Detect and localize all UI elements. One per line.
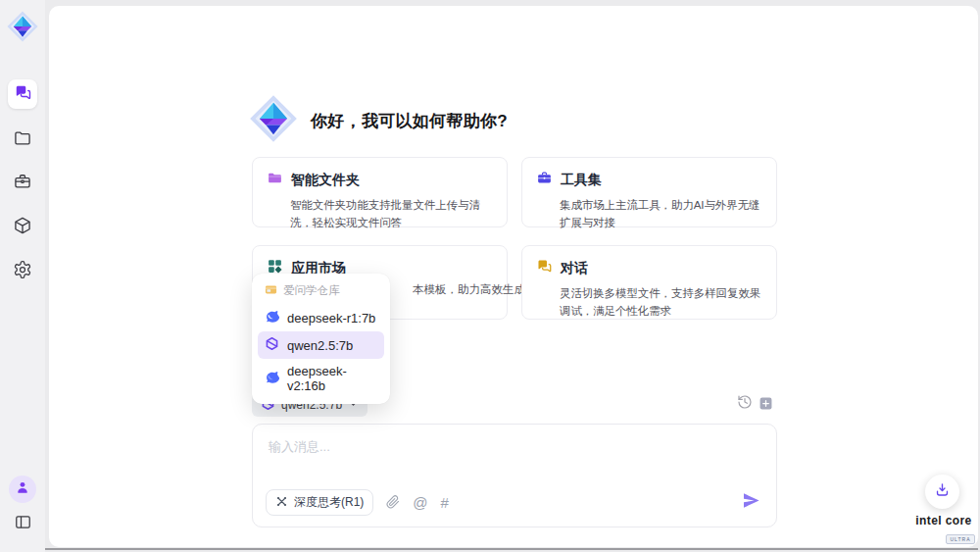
sidebar-item-settings[interactable] bbox=[8, 257, 37, 286]
assistant-logo-icon bbox=[248, 93, 299, 148]
intel-ultra-badge: ULTRA bbox=[946, 534, 974, 544]
sidebar-item-toolbox[interactable] bbox=[8, 169, 37, 198]
cube-icon bbox=[13, 216, 32, 239]
download-icon bbox=[934, 481, 951, 502]
repository-icon bbox=[265, 283, 277, 298]
at-sign-icon: @ bbox=[413, 495, 427, 510]
model-option-deepseek-v2[interactable]: deepseek-v2:16b bbox=[258, 359, 384, 398]
composer: 深度思考(R1) @ # bbox=[252, 424, 777, 527]
intel-logo-text: intel core bbox=[907, 514, 980, 527]
card-desc: 集成市场上主流工具，助力AI与外界无缝扩展与对接 bbox=[560, 197, 762, 232]
model-dropdown-header: 爱问学仓库 bbox=[258, 279, 384, 304]
model-dropdown: 爱问学仓库 deepseek-r1:7b qwen2.5:7b deepseek… bbox=[252, 274, 390, 404]
composer-toolbar: 深度思考(R1) @ # bbox=[266, 489, 761, 516]
history-icon bbox=[737, 394, 753, 414]
card-dialog[interactable]: 对话 灵活切换多模型文件，支持多样回复效果调试，满足个性化需求 bbox=[521, 245, 777, 320]
card-desc: 智能文件夹功能支持批量文件上传与清洗，轻松实现文件问答 bbox=[290, 197, 493, 232]
card-title: 工具集 bbox=[561, 172, 602, 189]
hash-icon: # bbox=[441, 495, 449, 510]
topic-button[interactable]: # bbox=[441, 495, 449, 510]
dialog-icon bbox=[536, 258, 553, 278]
paperclip-icon bbox=[386, 495, 400, 511]
deep-think-toggle[interactable]: 深度思考(R1) bbox=[266, 489, 373, 516]
briefcase-icon bbox=[13, 172, 32, 195]
user-icon bbox=[15, 479, 30, 499]
card-desc: 灵活切换多模型文件，支持多样回复效果调试，满足个性化需求 bbox=[560, 285, 762, 321]
sidebar-item-folders[interactable] bbox=[8, 125, 37, 155]
toolbox-icon bbox=[536, 170, 553, 190]
gear-icon bbox=[13, 260, 32, 283]
deep-think-icon bbox=[275, 495, 288, 511]
intel-core-badge: intel core ULTRA bbox=[907, 514, 980, 545]
window-bottom-edge bbox=[45, 548, 978, 550]
folder-icon bbox=[13, 128, 32, 152]
card-toolset[interactable]: 工具集 集成市场上主流工具，助力AI与外界无缝扩展与对接 bbox=[521, 157, 777, 227]
sidebar-item-models[interactable] bbox=[8, 213, 37, 242]
chat-icon bbox=[14, 83, 32, 106]
plus-square-icon bbox=[759, 396, 773, 415]
new-chat-button[interactable] bbox=[757, 396, 774, 414]
model-option-qwen[interactable]: qwen2.5:7b bbox=[258, 331, 384, 359]
send-icon bbox=[741, 490, 761, 515]
sidebar bbox=[0, 0, 45, 552]
sidebar-item-account[interactable] bbox=[9, 476, 36, 503]
app-logo-icon bbox=[6, 10, 39, 43]
message-input[interactable] bbox=[259, 430, 778, 497]
greeting: 你好，我可以如何帮助你? bbox=[248, 93, 508, 148]
send-button[interactable] bbox=[741, 490, 761, 515]
model-option-deepseek-r1[interactable]: deepseek-r1:7b bbox=[258, 304, 384, 331]
qwen-icon bbox=[265, 336, 279, 354]
download-button[interactable] bbox=[925, 475, 959, 509]
attach-file-button[interactable] bbox=[386, 495, 400, 511]
smart-folder-icon bbox=[267, 170, 283, 190]
mention-button[interactable]: @ bbox=[413, 495, 427, 510]
card-title: 对话 bbox=[561, 260, 588, 277]
card-title: 智能文件夹 bbox=[291, 172, 360, 189]
deepseek-icon bbox=[265, 370, 279, 387]
history-button[interactable] bbox=[736, 395, 754, 413]
greeting-text: 你好，我可以如何帮助你? bbox=[311, 110, 508, 132]
panel-toggle-icon[interactable] bbox=[8, 507, 37, 536]
card-desc-visible-fragment: 本模板，助力高效生成多 bbox=[413, 282, 537, 297]
deepseek-icon bbox=[265, 309, 279, 326]
sidebar-item-chat[interactable] bbox=[8, 79, 37, 109]
card-smart-folder[interactable]: 智能文件夹 智能文件夹功能支持批量文件上传与清洗，轻松实现文件问答 bbox=[252, 157, 508, 227]
